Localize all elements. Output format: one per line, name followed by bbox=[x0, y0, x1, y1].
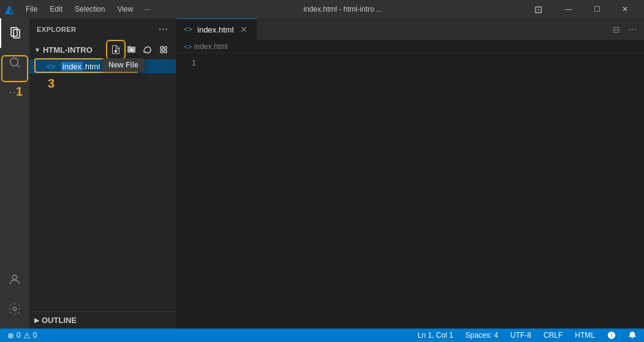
chevron-right-icon: ▶ bbox=[34, 317, 39, 324]
new-file-button[interactable]: New File bbox=[108, 42, 123, 57]
more-actions-button[interactable]: ··· bbox=[626, 21, 639, 37]
svg-rect-12 bbox=[161, 50, 163, 53]
code-content[interactable] bbox=[201, 53, 644, 329]
html-file-icon: <> bbox=[47, 63, 55, 71]
status-encoding[interactable]: UTF-8 bbox=[508, 331, 534, 340]
titlebar-menu: File Edit Selection View ··· bbox=[21, 4, 154, 15]
vscode-logo: ◭ bbox=[5, 2, 13, 16]
refresh-button[interactable] bbox=[140, 42, 155, 57]
svg-rect-0 bbox=[11, 28, 17, 36]
folder-toolbar: 2 New File bbox=[108, 42, 171, 57]
code-area[interactable]: 1 bbox=[176, 53, 644, 329]
svg-point-4 bbox=[12, 275, 17, 279]
svg-rect-13 bbox=[164, 50, 167, 53]
file-item-index-html[interactable]: 3 <> index.html bbox=[29, 59, 176, 74]
sidebar-title: EXPLORER bbox=[37, 26, 77, 33]
editor-tabs-right: ⊟ ··· bbox=[605, 18, 644, 40]
folder-header[interactable]: ▼ HTML-INTRO 2 New bbox=[29, 40, 176, 59]
menu-selection[interactable]: Selection bbox=[70, 4, 110, 15]
status-notifications[interactable] bbox=[626, 331, 639, 340]
activity-item-settings[interactable] bbox=[0, 294, 29, 324]
close-button[interactable]: ✕ bbox=[611, 0, 639, 18]
activity-item-explorer[interactable] bbox=[0, 18, 29, 48]
editor-tab-index-html[interactable]: <> index.html ✕ bbox=[176, 18, 257, 40]
warning-icon: ⚠ bbox=[23, 331, 31, 340]
outline-section[interactable]: ▶ OUTLINE bbox=[29, 311, 176, 329]
status-errors[interactable]: ⊗ 0 ⚠ 0 bbox=[5, 331, 39, 340]
main-area: 1 ··· bbox=[0, 18, 644, 329]
folder-section: ▼ HTML-INTRO 2 New bbox=[29, 40, 176, 311]
breadcrumb-path: index.html bbox=[194, 42, 228, 51]
line-number-1: 1 bbox=[176, 58, 196, 67]
menu-edit[interactable]: Edit bbox=[45, 4, 67, 15]
status-line-ending[interactable]: CRLF bbox=[541, 331, 565, 340]
error-icon: ⊗ bbox=[7, 331, 14, 340]
window-controls: — ☐ ✕ bbox=[555, 0, 639, 18]
folder-header-left: ▼ HTML-INTRO bbox=[34, 45, 93, 55]
sidebar-more-button[interactable]: ··· bbox=[159, 24, 169, 35]
file-label: index.html bbox=[59, 61, 102, 72]
tab-close-button[interactable]: ✕ bbox=[238, 24, 249, 35]
warning-count: 0 bbox=[33, 331, 37, 340]
tab-filename: index.html bbox=[197, 25, 233, 34]
breadcrumb-icon: <> bbox=[184, 43, 192, 50]
activity-item-account[interactable] bbox=[0, 265, 29, 294]
outline-label: OUTLINE bbox=[42, 316, 77, 325]
minimize-button[interactable]: — bbox=[555, 0, 583, 18]
menu-more[interactable]: ··· bbox=[140, 4, 154, 15]
status-bar: ⊗ 0 ⚠ 0 Ln 1, Col 1 Spaces: 4 UTF-8 CRLF… bbox=[0, 329, 644, 342]
svg-rect-10 bbox=[161, 47, 163, 49]
breadcrumb: <> index.html bbox=[176, 40, 644, 53]
editor-area: <> index.html ✕ ⊟ ··· <> index.html 1 bbox=[176, 18, 644, 329]
status-position[interactable]: Ln 1, Col 1 bbox=[415, 331, 456, 340]
line-numbers: 1 bbox=[176, 53, 201, 329]
svg-point-2 bbox=[10, 58, 18, 66]
activity-bottom bbox=[0, 265, 29, 329]
sidebar: EXPLORER ··· ▼ HTML-INTRO 2 bbox=[29, 18, 176, 329]
split-editor-button[interactable]: ⊟ bbox=[610, 22, 623, 37]
maximize-button[interactable]: ☐ bbox=[583, 0, 611, 18]
activity-item-dots[interactable]: ··· bbox=[0, 77, 29, 107]
tab-file-icon: <> bbox=[184, 25, 192, 34]
sidebar-header: EXPLORER ··· bbox=[29, 18, 176, 40]
collapse-all-button[interactable] bbox=[156, 42, 171, 57]
status-spaces[interactable]: Spaces: 4 bbox=[463, 331, 501, 340]
error-count: 0 bbox=[17, 331, 21, 340]
window-title: index.html - html-intro ... bbox=[159, 5, 527, 13]
layout-icon[interactable]: ⊡ bbox=[532, 1, 545, 18]
activity-bar: 1 ··· bbox=[0, 18, 29, 329]
folder-name: HTML-INTRO bbox=[43, 45, 93, 55]
status-feedback[interactable] bbox=[605, 331, 618, 340]
status-language[interactable]: HTML bbox=[572, 331, 597, 340]
svg-line-3 bbox=[17, 65, 20, 67]
activity-item-search[interactable] bbox=[0, 48, 29, 77]
menu-file[interactable]: File bbox=[21, 4, 42, 15]
menu-view[interactable]: View bbox=[112, 4, 138, 15]
chevron-down-icon: ▼ bbox=[34, 47, 40, 53]
svg-rect-1 bbox=[13, 29, 20, 38]
editor-tabs: <> index.html ✕ ⊟ ··· bbox=[176, 18, 644, 40]
titlebar: ◭ File Edit Selection View ··· index.htm… bbox=[0, 0, 644, 18]
svg-point-5 bbox=[13, 307, 17, 311]
new-folder-button[interactable] bbox=[124, 42, 139, 57]
svg-rect-11 bbox=[164, 47, 167, 49]
